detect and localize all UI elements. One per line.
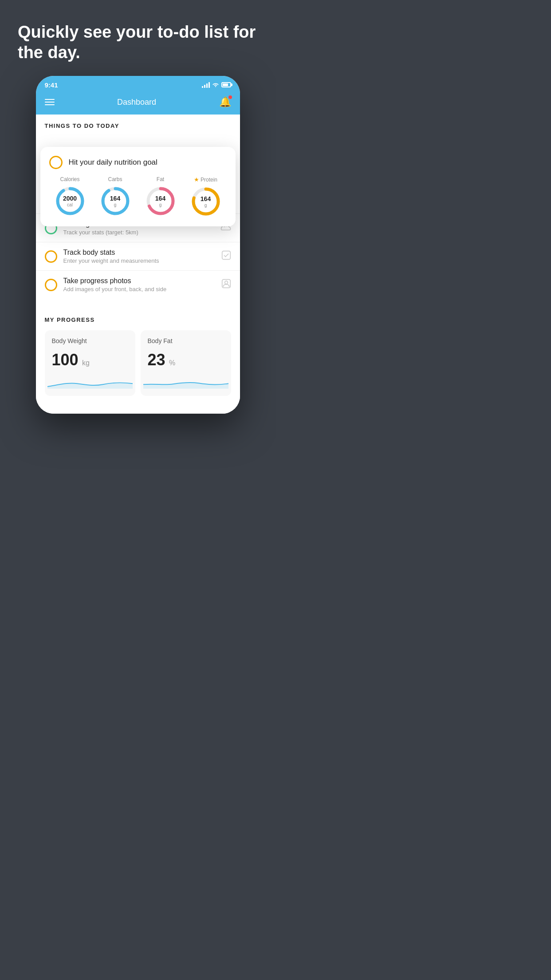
bottom-spacer [36,405,240,414]
status-time: 9:41 [45,81,58,89]
list-area: Hit your daily nutrition goal Calories [36,134,240,299]
protein-value: 164 [201,195,211,203]
body-stats-text: Track body stats Enter your weight and m… [63,249,215,264]
nutrition-calories: Calories 2000 cal [54,176,86,217]
protein-donut: 164 g [190,186,222,217]
carbs-donut: 164 g [99,185,131,217]
body-fat-chart [148,375,224,389]
body-weight-chart [52,375,128,389]
scale-icon [221,250,231,262]
things-to-do-title: THINGS TO DO TODAY [45,122,231,129]
nutrition-protein: ★ Protein 164 g [190,176,222,217]
fat-label: Fat [157,176,164,182]
body-weight-card: Body Weight 100 kg [45,330,135,396]
progress-photos-title: Take progress photos [63,277,215,285]
status-icons [202,81,231,88]
list-item-progress-photos[interactable]: Take progress photos Add images of your … [36,270,240,299]
phone-body: THINGS TO DO TODAY Hit your daily nutrit… [36,115,240,414]
list-item-body-stats[interactable]: Track body stats Enter your weight and m… [36,242,240,270]
body-fat-label: Body Fat [148,337,224,344]
body-stats-title: Track body stats [63,249,215,257]
nutrition-grid: Calories 2000 cal [49,176,227,217]
body-fat-card: Body Fat 23 % [141,330,231,396]
calories-label: Calories [60,176,79,182]
my-progress-section: MY PROGRESS Body Weight 100 kg [36,308,240,405]
protein-unit: g [201,203,211,208]
body-stats-subtitle: Enter your weight and measurements [63,257,215,264]
body-fat-value: 23 [148,351,165,369]
svg-rect-8 [222,251,230,260]
notification-badge [228,95,232,99]
calories-unit: cal [63,202,77,208]
notifications-button[interactable]: 🔔 [219,96,231,108]
calories-value: 2000 [63,195,77,202]
carbs-value: 164 [110,195,120,202]
body-weight-unit: kg [82,359,90,367]
running-subtitle: Track your stats (target: 5km) [63,229,214,236]
body-stats-checkbox[interactable] [45,250,57,263]
progress-photos-subtitle: Add images of your front, back, and side [63,286,215,292]
progress-photos-text: Take progress photos Add images of your … [63,277,215,292]
popup-title: Hit your daily nutrition goal [69,158,157,167]
hero-section: Quickly see your to-do list for the day. [0,0,276,76]
signal-icon [202,82,210,88]
progress-photos-checkbox[interactable] [45,279,57,291]
star-icon: ★ [194,176,199,183]
fat-donut: 164 g [145,185,177,217]
carbs-unit: g [110,202,120,208]
protein-label: ★ Protein [194,176,217,183]
my-progress-title: MY PROGRESS [45,316,231,323]
fat-unit: g [155,202,165,208]
person-icon [221,279,231,291]
nutrition-goal-checkbox[interactable] [49,156,63,169]
phone-frame: 9:41 [36,76,240,414]
wifi-icon [212,81,219,88]
svg-point-10 [224,281,228,284]
body-weight-value: 100 [52,351,79,369]
status-bar: 9:41 [36,76,240,92]
carbs-label: Carbs [108,176,122,182]
nav-title: Dashboard [117,98,156,107]
body-weight-label: Body Weight [52,337,128,344]
nutrition-fat: Fat 164 g [145,176,177,217]
nutrition-carbs: Carbs 164 g [99,176,131,217]
things-to-do-section: THINGS TO DO TODAY [36,115,240,134]
popup-header: Hit your daily nutrition goal [49,156,227,169]
body-fat-unit: % [169,359,175,367]
progress-cards: Body Weight 100 kg Bo [45,330,231,405]
nav-bar: Dashboard 🔔 [36,92,240,115]
nutrition-popup-card: Hit your daily nutrition goal Calories [40,147,236,226]
battery-icon [221,82,231,87]
phone-mockup: 9:41 [0,76,276,431]
fat-value: 164 [155,195,165,202]
hero-headline: Quickly see your to-do list for the day. [18,22,258,63]
menu-button[interactable] [45,99,55,105]
calories-donut: 2000 cal [54,185,86,217]
